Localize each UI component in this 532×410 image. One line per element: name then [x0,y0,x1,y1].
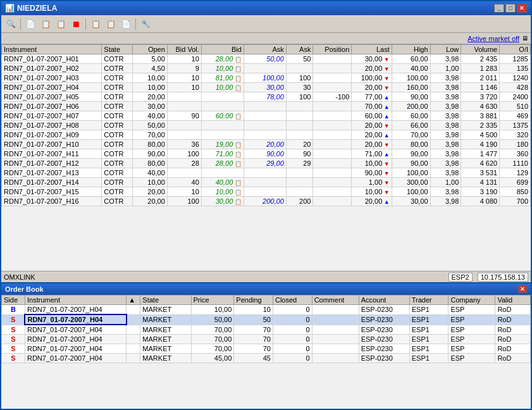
toolbar-btn-4[interactable]: 📋 [89,17,102,31]
order-row[interactable]: SRDN7_01-07-2007_H04MARKET70,00700ESP-02… [2,344,531,354]
market-table-body: RDN7_01-07-2007_H01COTR5,001028,00 📋50,0… [2,54,531,206]
table-row[interactable]: RDN7_01-07-2007_H16COTR20,0010030,00 📋20… [2,197,531,206]
minimize-button[interactable]: _ [494,4,504,13]
toolbar-btn-7[interactable]: 🔧 [139,17,152,31]
order-col-state[interactable]: State [140,295,191,305]
col-header-ask2[interactable]: Ask [286,45,313,54]
order-row[interactable]: SRDN7_01-07-2007_H04MARKET70,00700ESP-02… [2,335,531,344]
table-row[interactable]: RDN7_01-07-2007_H07COTR40,009060,00 📋60,… [2,111,531,121]
toolbar-btn-3[interactable]: 📋 [54,17,68,31]
table-row[interactable]: RDN7_01-07-2007_H13COTR40,0090,00 ▼100,0… [2,168,531,178]
status-omxlink: OMXLINK [4,273,35,281]
order-col-sort[interactable]: ▲ [127,295,140,305]
order-table-container[interactable]: Side Instrument ▲ State Price Pending Cl… [1,295,531,409]
col-header-oi[interactable]: O/I [500,45,531,54]
active-market-icon: 🖥 [522,35,528,42]
table-header-row: Instrument State Open Bid Vol. Bid Ask A… [2,45,531,54]
order-header-row: Side Instrument ▲ State Price Pending Cl… [2,295,531,305]
status-esp2: ESP2 [448,273,473,282]
col-header-bidvol[interactable]: Bid Vol. [167,45,201,54]
title-bar-left: 📊 NIEDZIELA [5,4,57,13]
table-row[interactable]: RDN7_01-07-2007_H12COTR80,002828,00 📋29,… [2,159,531,168]
toolbar-btn-2[interactable]: 📋 [39,17,53,31]
col-header-ask[interactable]: Ask [244,45,286,54]
col-header-position[interactable]: Position [313,45,352,54]
order-col-price[interactable]: Price [191,295,234,305]
col-header-last[interactable]: Last [352,45,392,54]
toolbar-btn-6[interactable]: 📄 [119,17,133,31]
toolbar: 🔍 📄 📋 📋 ⏹ 📋 📋 📄 🔧 [1,15,531,33]
table-row[interactable]: RDN7_01-07-2007_H08COTR50,0020,00 ▼66,00… [2,121,531,130]
order-col-account[interactable]: Account [359,295,409,305]
order-row[interactable]: SRDN7_01-07-2007_H04MARKET45,00450ESP-02… [2,354,531,363]
col-header-instrument[interactable]: Instrument [2,45,102,54]
header-bar: Active market off 🖥 [1,33,531,44]
status-ip: 10.175.158.13 [478,273,528,282]
table-row[interactable]: RDN7_01-07-2007_H01COTR5,001028,00 📋50,0… [2,54,531,64]
title-bar-controls: _ □ ✕ [494,4,527,13]
toolbar-sep-2 [85,18,86,30]
order-table-body: BRDN7_01-07-2007_H04MARKET10,00100ESP-02… [2,305,531,363]
order-row[interactable]: SRDN7_01-07-2007_H04MARKET50,00500ESP-02… [2,314,531,325]
status-bar: OMXLINK ESP2 10.175.158.13 [1,271,531,282]
col-header-volume[interactable]: Volume [461,45,500,54]
col-header-bid[interactable]: Bid [201,45,244,54]
order-col-pending[interactable]: Pending [234,295,273,305]
col-header-state[interactable]: State [102,45,133,54]
main-window: 📊 NIEDZIELA _ □ ✕ 🔍 📄 📋 📋 ⏹ 📋 📋 📄 🔧 Acti… [0,0,532,410]
table-row[interactable]: RDN7_01-07-2007_H10COTR80,003619,00 📋20,… [2,140,531,149]
table-row[interactable]: RDN7_01-07-2007_H04COTR10,001010,00 📋30,… [2,83,531,92]
toolbar-sep-1 [20,18,21,30]
table-row[interactable]: RDN7_01-07-2007_H15COTR20,001010,00 📋10,… [2,187,531,197]
order-book-close-button[interactable]: ✕ [518,285,527,293]
order-row[interactable]: BRDN7_01-07-2007_H04MARKET10,00100ESP-02… [2,305,531,315]
market-table: Instrument State Open Bid Vol. Bid Ask A… [1,44,531,206]
order-col-trader[interactable]: Trader [409,295,448,305]
order-book-title-bar: Order Book ✕ [1,283,531,295]
status-right: ESP2 10.175.158.13 [448,273,529,282]
toolbar-btn-1[interactable]: 📄 [23,17,37,31]
toolbar-search-btn[interactable]: 🔍 [4,17,18,31]
window-icon: 📊 [5,4,15,13]
order-col-valid[interactable]: Valid [495,295,531,305]
title-bar: 📊 NIEDZIELA _ □ ✕ [1,1,531,15]
market-table-container[interactable]: Instrument State Open Bid Vol. Bid Ask A… [1,44,531,271]
table-row[interactable]: RDN7_01-07-2007_H09COTR70,0020,00 ▲70,00… [2,130,531,140]
active-market-off-link[interactable]: Active market off [467,35,519,42]
order-col-company[interactable]: Company [448,295,495,305]
toolbar-stop-btn[interactable]: ⏹ [69,17,83,31]
order-col-instrument[interactable]: Instrument [25,295,126,305]
table-row[interactable]: RDN7_01-07-2007_H05COTR20,0078,00100-100… [2,92,531,102]
maximize-button[interactable]: □ [505,4,516,13]
table-row[interactable]: RDN7_01-07-2007_H06COTR30,0070,00 ▲200,0… [2,102,531,111]
col-header-open[interactable]: Open [133,45,168,54]
col-header-high[interactable]: High [392,45,430,54]
main-table-area: Instrument State Open Bid Vol. Bid Ask A… [1,44,531,282]
table-row[interactable]: RDN7_01-07-2007_H11COTR90,0010071,00 📋90… [2,149,531,159]
order-book: Order Book ✕ Side Instrument ▲ State Pri… [1,282,531,409]
toolbar-btn-5[interactable]: 📋 [104,17,118,31]
order-col-comment[interactable]: Comment [312,295,359,305]
window-title: NIEDZIELA [17,4,57,13]
toolbar-sep-3 [135,18,136,30]
table-row[interactable]: RDN7_01-07-2007_H02COTR4,50910,00 📋20,00… [2,64,531,73]
table-row[interactable]: RDN7_01-07-2007_H14COTR10,004040,00 📋1,0… [2,178,531,187]
order-book-title-label: Order Book [5,285,44,293]
col-header-low[interactable]: Low [430,45,461,54]
close-button[interactable]: ✕ [517,4,527,13]
order-col-closed[interactable]: Closed [273,295,312,305]
order-row[interactable]: SRDN7_01-07-2007_H04MARKET70,00700ESP-02… [2,325,531,335]
order-col-side[interactable]: Side [2,295,25,305]
order-table: Side Instrument ▲ State Price Pending Cl… [1,295,531,363]
table-row[interactable]: RDN7_01-07-2007_H03COTR10,001081,00 📋100… [2,73,531,83]
